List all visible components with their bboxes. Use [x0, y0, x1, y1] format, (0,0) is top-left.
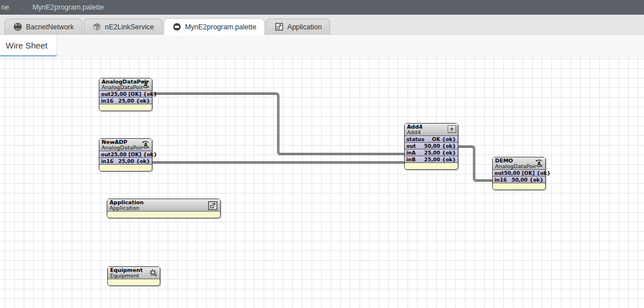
tab-application[interactable]: Application — [266, 19, 330, 34]
block-application[interactable]: Application Application — [107, 199, 221, 218]
bacnet-device-icon — [13, 22, 23, 32]
wire-sheet-canvas[interactable]: AnalogDataPoir AnalogDataPoir A out25,00… — [0, 56, 644, 308]
slot-label: out — [494, 170, 504, 176]
gear-icon — [148, 269, 158, 278]
slot-row[interactable]: in1625,00 {ok} — [99, 158, 152, 165]
titlebar-separator: : — [23, 3, 24, 11]
tab-label: Application — [287, 23, 322, 31]
block-footer — [108, 279, 160, 285]
analog-point-icon: A — [141, 80, 150, 89]
wire-add4-out-to-demo-in16[interactable] — [458, 147, 492, 181]
analog-point-icon: A — [535, 159, 544, 168]
tab-ne2linkservice[interactable]: nE2LinkService — [84, 19, 163, 34]
tab-label: BacnetNetwork — [26, 23, 74, 31]
block-add4[interactable]: Add4 Add4 + statusOK {ok}out50,00 {ok}in… — [404, 123, 458, 170]
svg-text:A: A — [144, 143, 148, 148]
slot-value: 25,00 {ok} — [118, 98, 150, 104]
block-subtitle: Application — [109, 205, 218, 211]
slot-label: out — [101, 152, 111, 157]
wire-layer — [0, 56, 644, 308]
document-tab-bar: BacnetNetwork nE2LinkService MynE2progra… — [0, 15, 644, 35]
slot-row[interactable]: statusOK {ok} — [405, 136, 458, 143]
slot-label: inA — [406, 150, 415, 156]
cube-icon — [92, 22, 102, 32]
palette-ring-icon — [172, 22, 182, 32]
slot-label: in16 — [101, 159, 113, 164]
slot-row[interactable]: inA25,00 {ok} — [405, 149, 458, 156]
application-icon — [274, 22, 284, 32]
slot-label: out — [406, 143, 416, 149]
titlebar-document-name: MynE2program.palette — [32, 3, 103, 11]
slot-label: in16 — [494, 177, 507, 183]
slot-row[interactable]: in1650,00 {ok} — [493, 177, 545, 183]
slot-label: out — [101, 91, 111, 97]
slot-value: 50,00 {ok} — [511, 177, 544, 183]
svg-text:A: A — [144, 82, 148, 87]
slot-label: in16 — [101, 98, 113, 104]
wire-adp1-out-to-add4-inA[interactable] — [154, 94, 404, 154]
plus-box-icon: + — [448, 125, 456, 133]
slot-value: 25,00 [OK] {ok} — [111, 152, 157, 157]
block-analogdatapoint[interactable]: AnalogDataPoir AnalogDataPoir A out25,00… — [99, 78, 152, 111]
analog-point-icon: A — [141, 140, 150, 149]
slot-value: OK {ok} — [432, 137, 456, 142]
slot-row[interactable]: out25,00 [OK] {ok} — [99, 151, 152, 158]
block-footer — [405, 163, 458, 169]
block-footer — [99, 165, 152, 171]
block-footer — [99, 104, 152, 111]
slot-value: 25,00 [OK] {ok} — [111, 91, 157, 97]
block-footer — [493, 183, 545, 190]
slot-label: inB — [406, 157, 415, 162]
slot-value: 25,00 {ok} — [424, 157, 456, 162]
title-bar: ne : MynE2program.palette — [0, 0, 644, 15]
slot-row[interactable]: out25,00 [OK] {ok} — [99, 91, 152, 98]
tab-bacnetnetwork[interactable]: BacnetNetwork — [5, 19, 82, 34]
block-demo[interactable]: DEMO AnalogDataPoir A out50,00 [OK] {ok}… — [492, 157, 546, 190]
block-equipment[interactable]: Equipment Equipment — [107, 266, 160, 286]
slot-label: status — [406, 137, 424, 142]
block-footer — [107, 212, 220, 218]
slot-value: 50,00 {ok} — [424, 143, 456, 149]
slot-value: 50,00 [OK] {ok} — [504, 170, 551, 176]
slot-row[interactable]: out50,00 {ok} — [405, 143, 458, 149]
tab-label: nE2LinkService — [105, 23, 154, 31]
block-newadp[interactable]: NewADP AnalogDataPoir A out25,00 [OK] {o… — [99, 138, 152, 171]
view-tab-band: Wire Sheet — [0, 35, 644, 56]
slot-value: 25,00 {ok} — [424, 150, 456, 156]
slot-row[interactable]: inB25,00 {ok} — [405, 156, 458, 163]
slot-value: 25,00 {ok} — [118, 159, 150, 164]
tab-myne2program-palette[interactable]: MynE2program.palette — [164, 18, 265, 35]
slot-row[interactable]: out50,00 [OK] {ok} — [493, 170, 545, 177]
application-icon — [207, 201, 218, 210]
svg-text:A: A — [537, 161, 541, 166]
titlebar-left-text: ne — [1, 3, 9, 11]
tab-wire-sheet[interactable]: Wire Sheet — [0, 36, 57, 57]
tab-label: MynE2program.palette — [185, 23, 256, 31]
slot-row[interactable]: in1625,00 {ok} — [99, 98, 152, 104]
